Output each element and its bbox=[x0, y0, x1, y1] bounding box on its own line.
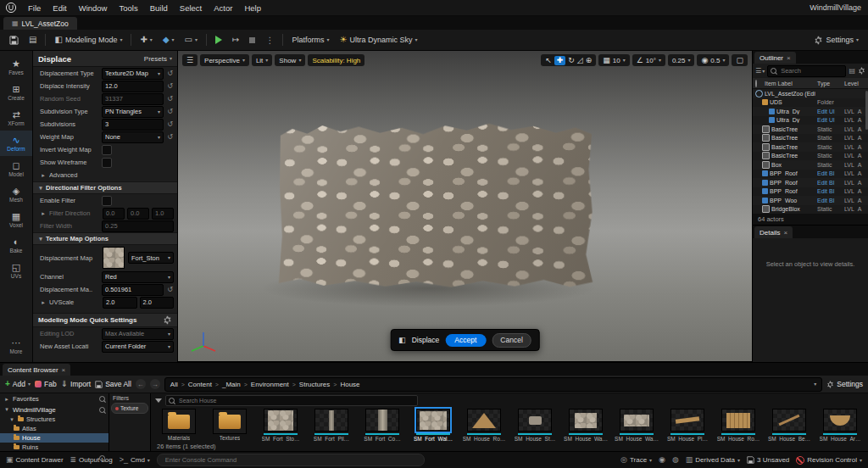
outliner-view-button[interactable]: ▤ bbox=[849, 67, 855, 75]
favorites-header[interactable]: ▸Favorites bbox=[0, 393, 108, 404]
asset-item[interactable]: SM_House_Wa… bbox=[613, 409, 660, 441]
close-icon[interactable]: × bbox=[62, 366, 66, 374]
filter-direction-z-field[interactable]: 1.0 bbox=[152, 208, 174, 220]
presets-dropdown[interactable]: Presets▾ bbox=[144, 55, 172, 63]
outliner-row[interactable]: Ultra_DyEdit UlLVL_A bbox=[753, 116, 868, 125]
play-options-button[interactable]: ⋮ bbox=[261, 32, 278, 47]
platforms-dropdown[interactable]: Platforms▾ bbox=[287, 32, 333, 47]
outliner-row[interactable]: BoxStaticLVL_A bbox=[753, 160, 868, 170]
add-button[interactable]: +Add▾ bbox=[5, 380, 31, 388]
outliner-row[interactable]: BPP_WooEdit BlLVL_A bbox=[753, 196, 868, 205]
maximize-viewport-button[interactable]: ▢ bbox=[732, 54, 748, 66]
mode-bake[interactable]: ◐Bake bbox=[0, 232, 32, 258]
viewport-3d[interactable]: ☰ Perspective▾ Lit▾ Show▾ Scalability: H… bbox=[178, 51, 752, 362]
save-button[interactable] bbox=[5, 32, 23, 47]
trace-dropdown[interactable]: ◎Trace▾ bbox=[620, 456, 652, 464]
weight-map-dropdown[interactable]: None▾ bbox=[102, 131, 164, 143]
displacement-max-field[interactable]: 0.501961 bbox=[102, 284, 164, 296]
add-actor-button[interactable]: ✚▾ bbox=[136, 32, 156, 47]
invert-weight-map-checkbox[interactable] bbox=[102, 145, 112, 155]
frame-skip-button[interactable]: ↦ bbox=[228, 32, 243, 47]
outliner-row[interactable]: Ultra_DyEdit UlLVL_A bbox=[753, 107, 868, 116]
filter-chip-texture[interactable]: Texture bbox=[111, 403, 148, 414]
ultra-dynamic-sky-dropdown[interactable]: ☀Ultra Dynamic Sky▾ bbox=[335, 32, 421, 47]
close-icon[interactable]: × bbox=[783, 229, 787, 237]
menu-tools[interactable]: Tools bbox=[113, 3, 143, 13]
uvscale-x-field[interactable]: 2.0 bbox=[103, 297, 137, 309]
new-asset-location-dropdown[interactable]: Current Folder▾ bbox=[102, 341, 174, 353]
cinematics-button[interactable]: ▭▾ bbox=[181, 32, 202, 47]
mode-voxel[interactable]: ▦Voxel bbox=[0, 207, 32, 232]
output-log-button[interactable]: ≣Output Log bbox=[70, 456, 113, 464]
fab-button[interactable]: Fab bbox=[35, 380, 57, 388]
type-column-header[interactable]: Type bbox=[817, 81, 843, 86]
outliner-row[interactable]: BPP_RoofEdit BlLVL_A bbox=[753, 178, 868, 187]
reset-to-default-icon[interactable]: ↺ bbox=[166, 286, 174, 293]
unsaved-indicator[interactable]: 3 Unsaved bbox=[747, 456, 789, 464]
close-icon[interactable]: × bbox=[787, 54, 791, 62]
gear-icon[interactable] bbox=[163, 315, 172, 325]
filter-funnel-icon[interactable] bbox=[155, 398, 162, 403]
filter-width-field[interactable]: 0.25 bbox=[102, 220, 174, 232]
accept-button[interactable]: Accept bbox=[445, 334, 486, 347]
reset-to-default-icon[interactable]: ↺ bbox=[166, 82, 174, 90]
insights-button[interactable]: ◉ bbox=[659, 456, 665, 464]
edit-blueprint-link[interactable]: Edit Bl bbox=[817, 180, 843, 186]
outliner-row[interactable]: LVL_AssetZoo (Editor) bbox=[753, 89, 868, 98]
asset-item[interactable]: SM_House_Ar… bbox=[816, 409, 864, 441]
asset-item[interactable]: SM_House_Wa… bbox=[562, 409, 609, 441]
mode-mesh[interactable]: ◈Mesh bbox=[0, 181, 32, 207]
texture-map-section-header[interactable]: ▾ Texture Map Options bbox=[33, 232, 177, 245]
mode-model[interactable]: ◻Model bbox=[0, 156, 32, 181]
menu-file[interactable]: File bbox=[22, 3, 47, 13]
cmd-dropdown[interactable]: >_Cmd▾ bbox=[120, 456, 150, 464]
grid-snap-toggle[interactable]: ▦10▾ bbox=[598, 54, 629, 66]
asset-item[interactable]: SM_House_Pl… bbox=[664, 409, 711, 441]
menu-actor[interactable]: Actor bbox=[208, 3, 238, 13]
scale-tool-icon[interactable]: ◿ bbox=[577, 57, 583, 64]
editor-mode-dropdown[interactable]: ◧ Modeling Mode ▾ bbox=[50, 32, 126, 47]
asset-item[interactable]: SM_House_Be… bbox=[765, 409, 813, 441]
outliner-row[interactable]: BasicTreeStaticLVL_A bbox=[753, 152, 868, 161]
outliner-row[interactable]: BasicTreeStaticLVL_A bbox=[753, 125, 868, 134]
world-space-toggle-icon[interactable]: ⊕ bbox=[586, 57, 593, 64]
project-browser-button[interactable]: ▤ bbox=[25, 32, 41, 47]
edit-blueprint-link[interactable]: Edit Bl bbox=[817, 170, 843, 176]
settings-dropdown[interactable]: Settings ▾ bbox=[810, 32, 863, 47]
edit-blueprint-link[interactable]: Edit Bl bbox=[817, 198, 843, 203]
play-button[interactable] bbox=[211, 32, 226, 47]
outliner-search-box[interactable] bbox=[767, 65, 846, 77]
breadcrumb-environment[interactable]: Environment bbox=[251, 381, 289, 388]
reset-to-default-icon[interactable]: ↺ bbox=[166, 133, 174, 141]
tree-item-structures[interactable]: ▾Structures bbox=[0, 415, 108, 424]
asset-search-box[interactable] bbox=[165, 395, 418, 406]
scale-snap-toggle[interactable]: 0.25▾ bbox=[668, 54, 695, 66]
menu-build[interactable]: Build bbox=[144, 3, 174, 13]
chevron-down-icon[interactable]: ▾ bbox=[814, 382, 816, 387]
select-tool-icon[interactable]: ↖ bbox=[545, 57, 552, 64]
asset-item-selected[interactable]: SM_Fort_Wal… bbox=[409, 409, 457, 441]
outliner-row[interactable]: UDSFolder bbox=[753, 98, 868, 108]
scalability-badge[interactable]: Scalability: High bbox=[308, 54, 364, 66]
level-column-header[interactable]: Level bbox=[844, 81, 865, 86]
mode-xform[interactable]: ⇄XForm bbox=[0, 105, 32, 131]
perspective-dropdown[interactable]: Perspective▾ bbox=[200, 54, 249, 66]
item-label-column-header[interactable]: Item Label bbox=[765, 81, 815, 86]
filter-direction-x-field[interactable]: 0.0 bbox=[103, 208, 125, 220]
editing-lod-dropdown[interactable]: Max Available▾ bbox=[102, 328, 174, 340]
subdivision-type-dropdown[interactable]: PN Triangles▾ bbox=[102, 106, 164, 118]
menu-window[interactable]: Window bbox=[73, 3, 114, 13]
derived-data-dropdown[interactable]: ▥Derived Data▾ bbox=[686, 456, 740, 464]
save-all-button[interactable]: Save All bbox=[95, 380, 131, 388]
displacement-map-dropdown[interactable]: Fort_Ston▾ bbox=[128, 252, 174, 264]
displacement-type-dropdown[interactable]: Texture2D Map▾ bbox=[102, 68, 164, 80]
forward-button[interactable]: → bbox=[150, 379, 160, 389]
breadcrumb-structures[interactable]: Structures bbox=[299, 381, 330, 388]
back-button[interactable]: ← bbox=[136, 379, 146, 389]
console-command-input[interactable] bbox=[164, 455, 418, 465]
viewport-menu-button[interactable]: ☰ bbox=[182, 54, 198, 66]
advanced-expander-row[interactable]: ▸ Advanced bbox=[33, 169, 177, 181]
displace-intensity-field[interactable]: 12.0 bbox=[102, 81, 164, 92]
reset-to-default-icon[interactable]: ↺ bbox=[166, 108, 174, 115]
cancel-button[interactable]: Cancel bbox=[492, 333, 531, 348]
